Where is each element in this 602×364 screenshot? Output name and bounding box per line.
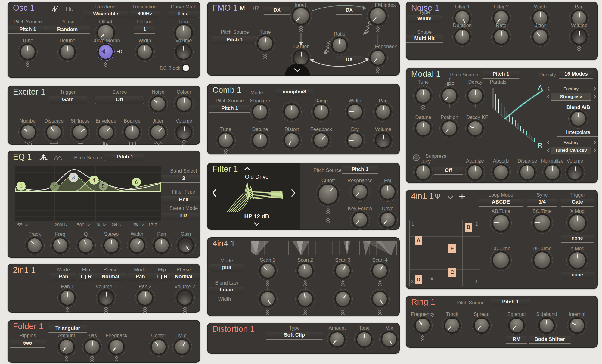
mix-knob[interactable] [382,332,396,346]
fm-knob[interactable] [381,185,395,199]
pitch-source-select[interactable]: Pitch 1 [491,299,530,306]
interpolate-button[interactable]: Interpolate [557,129,598,137]
filter-type-select[interactable]: Bell [161,196,200,204]
eq-band-handle[interactable]: 5 [99,182,108,191]
scan2-display[interactable] [288,241,322,255]
tune-knob[interactable] [416,89,430,103]
gain-knob[interactable] [179,238,193,252]
width3-knob[interactable] [336,292,350,306]
curve-morph-knob[interactable] [99,45,113,59]
feedback-route-select[interactable]: DX [336,56,363,64]
pitch-source-select[interactable]: Pitch 1 [8,26,47,34]
sync-select[interactable]: 1/4 [527,199,557,207]
curve-math-select[interactable]: Fast [169,11,199,18]
stereo-select[interactable]: Off [95,96,144,104]
prev-file-b-button[interactable] [547,148,550,153]
internal-knob[interactable] [570,319,584,332]
tilt-knob[interactable] [285,105,299,119]
flip-select[interactable]: L | R [78,273,95,281]
jitter-knob[interactable] [533,30,547,44]
mode-select[interactable]: Pan [128,273,153,281]
key-follow-knob[interactable] [353,213,367,227]
jitter-knob[interactable] [151,125,165,139]
waypoint-a[interactable]: A [415,236,422,245]
trigger-select[interactable]: Gate [48,96,87,104]
tune-knob[interactable] [21,45,35,59]
y-mod-knob[interactable] [569,252,585,268]
pan1-knob[interactable] [61,291,74,305]
eq-band-handle[interactable]: 1 [17,182,26,191]
resonance-knob[interactable] [353,185,367,199]
center-knob[interactable] [152,340,166,354]
stereo-mode-select[interactable]: LR [161,213,200,220]
tune-knob[interactable] [219,133,233,147]
scan2-knob[interactable] [298,264,312,278]
chevron-down-icon[interactable] [253,222,260,226]
bell-curve-icon[interactable] [39,154,50,161]
volume1-knob[interactable] [99,291,113,305]
damp-knob[interactable] [314,105,328,119]
blend-ab-knob[interactable] [571,112,585,126]
pitch-source-select[interactable]: Pitch 1 [105,154,144,161]
stereo-knob[interactable] [104,238,118,252]
prev-bank-a-button[interactable] [547,86,550,91]
volume2-knob[interactable] [178,291,192,305]
volume-knob[interactable] [572,30,586,44]
scan1-knob[interactable] [261,264,275,278]
distance-knob[interactable] [47,125,61,139]
eq-band-handle[interactable]: 4 [89,176,98,185]
renderer-select[interactable]: Wavetable [83,11,128,18]
tone-knob[interactable] [357,332,371,346]
drive-knob[interactable] [381,213,395,227]
pan2-knob[interactable] [138,291,152,305]
prev-filter-button[interactable] [212,188,217,198]
number-knob[interactable] [21,125,35,139]
fold-shape-select[interactable]: Triangular [48,325,87,333]
pitch-source-select[interactable]: Pitch 1 [212,36,258,44]
chevron-down-icon[interactable] [447,195,454,199]
rate-knob[interactable] [494,30,508,44]
external-knob[interactable] [510,319,523,332]
de-time-knob[interactable] [534,252,550,268]
ab-time-knob[interactable] [493,215,509,231]
scan3-display[interactable] [326,241,360,255]
bc-time-knob[interactable] [534,215,550,231]
unison-select[interactable]: 1 [134,26,155,34]
spread-knob[interactable] [475,319,489,332]
next-file-a-button[interactable] [593,94,597,99]
stiffness-knob[interactable] [73,125,87,139]
position-knob[interactable] [442,121,456,135]
waypoint-e[interactable]: E [448,244,456,253]
width-knob[interactable] [138,45,152,59]
x-mod-knob[interactable] [569,215,585,231]
mix-knob[interactable] [175,340,189,354]
next-filter-button[interactable] [291,188,296,198]
scan3-knob[interactable] [336,264,350,278]
blend-law-select[interactable]: linear [209,287,244,294]
pitch-source-select[interactable]: Pitch 1 [482,71,520,79]
next-bank-b-button[interactable] [593,140,597,145]
feedback-knob[interactable] [371,51,385,65]
mode-select[interactable]: Pan [51,273,76,281]
sideband-knob[interactable] [540,319,554,332]
colour-knob[interactable] [177,97,191,111]
width-knob[interactable] [348,105,362,119]
in-hpf-knob[interactable] [442,89,456,103]
pan-knob[interactable] [155,238,169,252]
amount-knob[interactable] [330,332,344,346]
waypoint-d[interactable]: D [415,275,422,284]
ripples-select[interactable]: two [10,340,46,348]
eq-band-handle[interactable]: 3 [69,173,78,182]
sideband-mode-select[interactable]: Bode Shifter [529,336,571,344]
type-select[interactable]: White [407,15,442,23]
decay-kf-knob[interactable] [468,121,482,135]
pitch-source-select[interactable]: Pitch 1 [209,105,250,113]
scan1-display[interactable] [251,241,284,255]
density-select[interactable]: 16 Modes [559,71,594,79]
prev-bank-b-button[interactable] [547,140,550,145]
external-mode-select[interactable]: RM [506,336,527,344]
duration-knob[interactable] [455,30,469,44]
width4-knob[interactable] [373,292,387,306]
trigger-select[interactable]: Gate [561,199,594,207]
waypoint-c[interactable]: C [448,268,456,277]
